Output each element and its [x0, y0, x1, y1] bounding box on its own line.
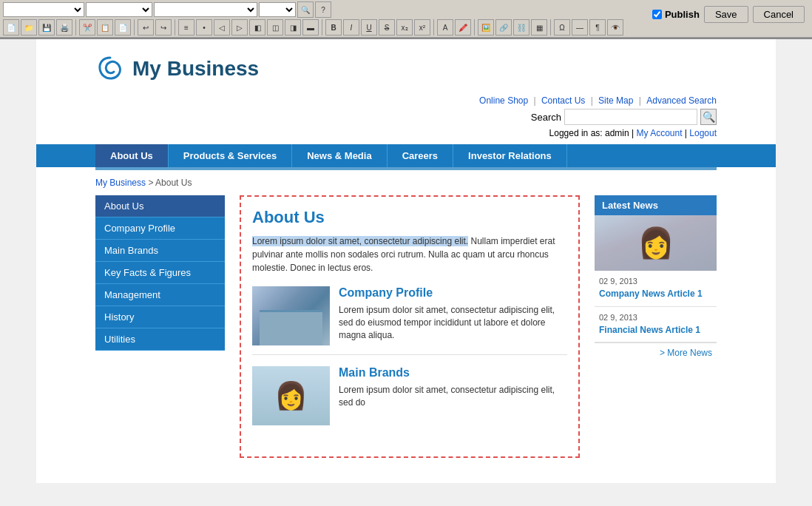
logo-icon	[95, 54, 125, 84]
nav-item-investor-relations[interactable]: Investor Relations	[453, 144, 567, 167]
insert-table-btn[interactable]: ▦	[531, 19, 547, 36]
paste-btn[interactable]: 📄	[115, 19, 131, 36]
source-btn[interactable]: ¶	[589, 19, 606, 36]
search-label: Search	[531, 112, 561, 123]
sidebar-item-key-facts-&-figures[interactable]: Key Facts & Figures	[95, 262, 225, 284]
logged-in-text: Logged in as:	[549, 128, 603, 138]
logged-in-bar: Logged in as: admin | My Account | Logou…	[36, 125, 776, 144]
username: admin	[605, 128, 629, 138]
font-size-select[interactable]	[86, 2, 152, 17]
sidebar-item-about-us[interactable]: About Us	[95, 195, 225, 217]
strikethrough-btn[interactable]: S	[379, 19, 395, 36]
subscript-btn[interactable]: x₂	[396, 19, 413, 36]
format-select[interactable]	[259, 2, 296, 17]
sidebar-item-company-profile[interactable]: Company Profile	[95, 217, 225, 240]
align-left-btn[interactable]: ◧	[249, 19, 265, 36]
latest-news-header: Latest News	[595, 195, 717, 215]
breadcrumb-home[interactable]: My Business	[95, 178, 146, 188]
open-btn[interactable]: 📁	[21, 19, 37, 36]
contact-us-link[interactable]: Contact Us	[541, 95, 585, 106]
site-header: My Business	[36, 39, 776, 91]
hr-btn[interactable]: —	[572, 19, 588, 36]
unordered-list-btn[interactable]: •	[196, 19, 212, 36]
news-item-0: 02 9, 2013Company News Article 1	[595, 271, 717, 307]
search-button[interactable]: 🔍	[700, 109, 717, 125]
font-family-select[interactable]	[3, 2, 84, 17]
page-wrapper: My Business Online Shop | Contact Us | S…	[36, 39, 776, 483]
outdent-btn[interactable]: ◁	[214, 19, 230, 36]
sep1	[75, 19, 76, 36]
preview-btn[interactable]: 👁️	[607, 19, 623, 36]
breadcrumb-current: About Us	[155, 178, 192, 188]
company-profile-text: Lorem ipsum dolor sit amet, consectetur …	[339, 304, 567, 341]
text-color-btn[interactable]: A	[437, 19, 453, 36]
cancel-button[interactable]: Cancel	[753, 6, 805, 23]
main-brands-title[interactable]: Main Brands	[339, 366, 567, 380]
sidebar-item-utilities[interactable]: Utilities	[95, 328, 225, 351]
save-button[interactable]: Save	[704, 6, 748, 23]
cut-btn[interactable]: ✂️	[79, 19, 95, 36]
site-map-link[interactable]: Site Map	[598, 95, 633, 106]
news-title-0[interactable]: Company News Article 1	[599, 289, 712, 300]
news-item-1: 02 9, 2013Financial News Article 1	[595, 307, 717, 343]
align-right-btn[interactable]: ◨	[285, 19, 301, 36]
person-image	[252, 366, 330, 425]
insert-link-btn[interactable]: 🔗	[495, 19, 512, 36]
breadcrumb: My Business > About Us	[36, 170, 776, 195]
bold-btn[interactable]: B	[325, 19, 342, 36]
search-toolbar-btn[interactable]: 🔍	[297, 1, 314, 18]
align-center-btn[interactable]: ◫	[267, 19, 283, 36]
company-profile-title[interactable]: Company Profile	[339, 286, 567, 300]
nav-item-news-&-media[interactable]: News & Media	[292, 144, 387, 167]
nav-item-products-&-services[interactable]: Products & Services	[169, 144, 292, 167]
indent-btn[interactable]: ▷	[231, 19, 248, 36]
sidebar-item-history[interactable]: History	[95, 306, 225, 328]
my-account-link[interactable]: My Account	[636, 128, 682, 138]
justify-btn[interactable]: ▬	[302, 19, 319, 36]
main-content[interactable]: About Us Lorem ipsum dolor sit amet, con…	[240, 195, 580, 458]
company-profile-section: Company Profile Lorem ipsum dolor sit am…	[252, 286, 567, 355]
special-char-btn[interactable]: Ω	[554, 19, 570, 36]
publish-text: Publish	[665, 9, 700, 20]
content-area: About UsCompany ProfileMain BrandsKey Fa…	[36, 195, 776, 458]
sidebar: About UsCompany ProfileMain BrandsKey Fa…	[95, 195, 225, 458]
underline-btn[interactable]: U	[361, 19, 377, 36]
more-news-link[interactable]: > More News	[595, 343, 717, 362]
publish-checkbox[interactable]	[652, 10, 662, 19]
search-input[interactable]	[564, 109, 697, 125]
insert-image-btn[interactable]: 🖼️	[478, 19, 494, 36]
sidebar-item-main-brands[interactable]: Main Brands	[95, 240, 225, 262]
unlink-btn[interactable]: ⛓️	[513, 19, 530, 36]
main-brands-text: Lorem ipsum dolor sit amet, consectetur …	[339, 384, 567, 409]
top-links: Online Shop | Contact Us | Site Map | Ad…	[36, 91, 776, 106]
search-bar: Search 🔍	[36, 106, 776, 125]
sep-1: |	[534, 95, 538, 106]
news-date-1: 02 9, 2013	[599, 313, 712, 322]
about-us-text: Lorem ipsum dolor sit amet, consectetur …	[252, 235, 567, 275]
sidebar-item-management[interactable]: Management	[95, 284, 225, 306]
superscript-btn[interactable]: x²	[414, 19, 430, 36]
intro-highlighted: Lorem ipsum dolor sit amet, consectetur …	[252, 236, 468, 246]
undo-btn[interactable]: ↩	[138, 19, 154, 36]
advanced-search-link[interactable]: Advanced Search	[646, 95, 717, 106]
sep5	[433, 19, 434, 36]
about-us-title: About Us	[252, 208, 567, 227]
nav-item-careers[interactable]: Careers	[388, 144, 453, 167]
logout-link[interactable]: Logout	[689, 128, 717, 138]
news-title-1[interactable]: Financial News Article 1	[599, 325, 712, 337]
copy-btn[interactable]: 📋	[97, 19, 113, 36]
print-btn[interactable]: 🖨️	[56, 19, 72, 36]
ordered-list-btn[interactable]: ≡	[178, 19, 194, 36]
help-btn[interactable]: ?	[315, 1, 331, 18]
redo-btn[interactable]: ↪	[155, 19, 172, 36]
style-select[interactable]	[154, 2, 257, 17]
publish-label[interactable]: Publish	[652, 9, 700, 20]
italic-btn[interactable]: I	[343, 19, 359, 36]
nav-item-about-us[interactable]: About Us	[95, 144, 169, 167]
sep3	[175, 19, 175, 36]
save-doc-btn[interactable]: 💾	[38, 19, 55, 36]
new-doc-btn[interactable]: 📄	[3, 19, 19, 36]
online-shop-link[interactable]: Online Shop	[479, 95, 528, 106]
bg-color-btn[interactable]: 🖍️	[455, 19, 471, 36]
news-items: 02 9, 2013Company News Article 102 9, 20…	[595, 271, 717, 343]
